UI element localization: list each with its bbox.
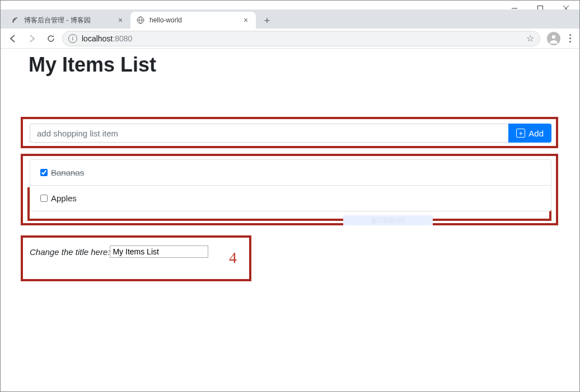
omnibox[interactable]: i localhost:8080 ☆ — [62, 31, 540, 46]
item-label: Apples — [51, 193, 77, 203]
title-editor-input[interactable] — [110, 245, 208, 258]
annotation-box-4 — [21, 235, 251, 281]
nav-forward-button[interactable] — [24, 31, 40, 46]
add-item-input[interactable] — [30, 124, 508, 143]
viewport: My Items List 1 2 3 4 + Add — [1, 49, 579, 391]
tab-strip: 博客后台管理 - 博客园 × hello-world × + — [1, 10, 579, 29]
nav-back-button[interactable] — [5, 31, 21, 46]
tab-close-icon[interactable]: × — [116, 16, 125, 25]
bookmark-star-icon[interactable]: ☆ — [526, 33, 534, 44]
add-item-row: + Add — [30, 124, 551, 143]
url-port: :8080 — [113, 34, 132, 43]
url-text: localhost:8080 — [82, 34, 132, 43]
add-button[interactable]: + Add — [508, 124, 551, 143]
page-title: My Items List — [29, 53, 579, 77]
tab-favicon-globe-icon — [136, 16, 145, 25]
titlebar — [1, 1, 579, 10]
nav-reload-button[interactable] — [43, 31, 59, 46]
title-editor-prompt: Change the title here: — [30, 247, 110, 257]
profile-avatar-icon[interactable] — [547, 32, 560, 45]
tab-favicon-cnblogs-icon — [11, 16, 20, 25]
page-body: My Items List 1 2 3 4 + Add — [1, 49, 579, 391]
browser-tab-1[interactable]: hello-world × — [130, 12, 256, 29]
browser-tab-0[interactable]: 博客后台管理 - 博客园 × — [5, 12, 130, 29]
svg-point-8 — [552, 35, 555, 38]
url-host: localhost — [82, 34, 113, 43]
list-item[interactable]: Apples — [30, 185, 551, 211]
site-info-icon[interactable]: i — [68, 34, 77, 43]
item-checkbox[interactable] — [40, 169, 48, 176]
item-checkbox[interactable] — [40, 195, 48, 202]
toolbar-right — [544, 32, 575, 45]
plus-square-icon: + — [516, 129, 525, 138]
add-button-label: Add — [528, 129, 544, 138]
title-editor: Change the title here: — [30, 245, 208, 258]
tab-title: 博客后台管理 - 博客园 — [24, 16, 111, 25]
new-tab-button[interactable]: + — [259, 13, 275, 29]
chrome-menu-icon[interactable] — [565, 34, 575, 42]
browser-window: 博客后台管理 - 博客园 × hello-world × + i localho… — [0, 0, 580, 392]
address-bar: i localhost:8080 ☆ — [1, 29, 579, 49]
tab-close-icon[interactable]: × — [241, 16, 250, 25]
ime-ghost-hint: 窗口截图(W) — [343, 215, 433, 225]
annotation-number-4: 4 — [229, 249, 237, 267]
item-list: Bananas Apples — [30, 159, 551, 211]
svg-point-4 — [13, 21, 14, 22]
list-item[interactable]: Bananas — [30, 160, 551, 185]
item-label: Bananas — [51, 168, 84, 177]
tab-title: hello-world — [149, 16, 237, 24]
